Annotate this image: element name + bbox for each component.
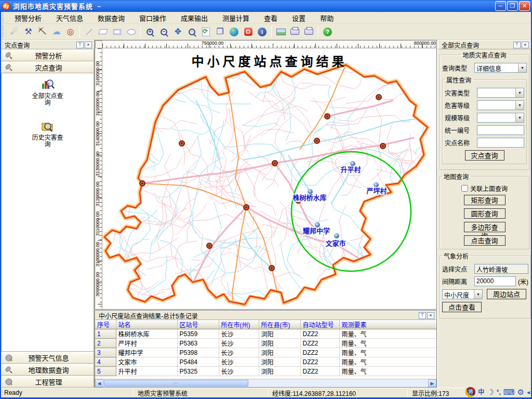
scrollbar-track[interactable] xyxy=(103,379,428,387)
column-header[interactable]: 站名 xyxy=(116,320,177,329)
scroll-left-arrow-icon[interactable]: ◀ xyxy=(95,379,103,387)
close-button[interactable]: ✕ xyxy=(519,1,530,11)
toolbar-gripper[interactable] xyxy=(2,25,6,38)
tray-collapse-arrow-icon[interactable]: ◂ xyxy=(527,389,530,395)
table-row[interactable]: 5升平村P5325长沙浏阳DZZ2雨量、气 xyxy=(95,367,436,376)
menu-item[interactable]: 天气信息 xyxy=(49,12,90,24)
map-drawing[interactable]: 升平村严坪村株树桥水库耀邦中学文家市 xyxy=(102,48,436,309)
zoom-out-icon[interactable]: − xyxy=(158,26,170,38)
attribute-select[interactable]: ▼ xyxy=(477,113,524,123)
table-row[interactable]: 4文家市P5484长沙浏阳DZZ2雨量、气 xyxy=(95,357,436,367)
zoom-select-icon[interactable]: ▫ xyxy=(186,26,198,38)
map-query-button[interactable]: 多边形查询 xyxy=(464,222,506,232)
stop-icon[interactable]: O xyxy=(242,26,254,38)
menu-item[interactable]: 测量计算 xyxy=(215,12,257,24)
attribute-select[interactable]: ▼ xyxy=(477,88,524,98)
disaster-query-button[interactable]: 灾点查询 xyxy=(465,150,504,161)
draw-ellipse-icon[interactable] xyxy=(125,26,137,38)
chevron-down-icon[interactable]: ▼ xyxy=(515,113,524,122)
click-view-button[interactable]: 点击查看 xyxy=(442,302,482,312)
draw-polygon-icon[interactable] xyxy=(97,26,109,38)
column-header[interactable]: 自动站型号 xyxy=(300,320,339,329)
disaster-point-marker[interactable] xyxy=(207,243,212,248)
refresh-view-icon[interactable]: ⟳ xyxy=(200,26,212,38)
sidebar-item-history-disaster-query[interactable]: 历史灾害查询 xyxy=(30,120,65,148)
chevron-down-icon[interactable]: ▼ xyxy=(515,88,524,97)
disaster-point-marker[interactable] xyxy=(140,181,145,186)
menu-item[interactable]: 帮助 xyxy=(313,12,341,24)
survey-pick-icon[interactable]: ⛏ xyxy=(36,26,48,38)
map-query-button[interactable]: 点击查询 xyxy=(464,235,506,246)
query-type-select[interactable]: 详细信息 ▼ xyxy=(474,63,527,73)
sidebar-item-all-disaster-query[interactable]: 全部灾点查询 xyxy=(30,78,65,107)
nearby-stations-button[interactable]: 周边站点 xyxy=(487,289,526,299)
table-row[interactable]: 3耀邦中学P5398长沙浏阳DZZ2雨量、气 xyxy=(95,348,436,357)
punctuation-mode-icon[interactable]: °, xyxy=(497,389,501,395)
help-icon[interactable]: ? xyxy=(322,26,334,38)
scale-select[interactable]: 中小尺度 ▼ xyxy=(442,289,483,299)
scrollbar-thumb[interactable] xyxy=(104,380,248,387)
image-export-icon[interactable] xyxy=(275,26,287,38)
text-input[interactable] xyxy=(477,125,524,135)
print-icon[interactable] xyxy=(289,26,301,38)
minimize-button[interactable]: ─ xyxy=(495,1,506,11)
restore-button[interactable]: ❐ xyxy=(507,1,518,11)
disaster-point-marker[interactable] xyxy=(269,265,274,271)
table-row[interactable]: 1株树桥水库P5359长沙浏阳DZZ2雨量、气 xyxy=(95,329,436,339)
disaster-point-marker[interactable] xyxy=(325,114,330,119)
sidebar-section-project-management[interactable]: 工程管理 xyxy=(1,376,94,388)
distance-input[interactable]: 20000 xyxy=(474,276,516,286)
selected-site-field[interactable]: 人竹岭滑坡 xyxy=(474,264,528,274)
close-icon[interactable]: × xyxy=(427,312,434,319)
pin-icon[interactable]: ⊤ xyxy=(76,42,84,48)
weather-cloud-icon[interactable]: ☁ xyxy=(50,26,62,38)
scroll-right-arrow-icon[interactable]: ▶ xyxy=(428,379,436,387)
menu-item[interactable]: 窗口操作 xyxy=(132,12,174,24)
chevron-down-icon[interactable]: ▼ xyxy=(518,63,526,72)
halfwidth-moon-icon[interactable]: ☽ xyxy=(487,388,494,396)
globe-icon[interactable] xyxy=(228,26,240,38)
target-locate-icon[interactable]: ◎ xyxy=(64,26,76,38)
copy-layers-icon[interactable]: ❐ xyxy=(214,26,226,38)
draw-rectangle-icon[interactable] xyxy=(111,26,123,38)
table-row[interactable]: 2严坪村P5363长沙浏阳DZZ2雨量、气 xyxy=(95,339,436,348)
menu-gripper[interactable] xyxy=(2,13,6,22)
disaster-point-marker[interactable] xyxy=(179,141,184,146)
map-query-button[interactable]: 矩形查询 xyxy=(464,195,506,205)
chinese-mode-icon[interactable]: 中 xyxy=(478,389,484,395)
disaster-point-marker[interactable] xyxy=(314,138,320,143)
sidebar-section-disaster-query[interactable]: 灾点查询 xyxy=(1,61,94,73)
menu-item[interactable]: 设置 xyxy=(285,12,313,24)
info-icon[interactable]: i xyxy=(256,26,268,38)
pan-hand-icon[interactable]: ✥ xyxy=(172,26,184,38)
text-input[interactable] xyxy=(477,138,524,148)
map-canvas[interactable]: 中小尺度站点查询结果 升平村严坪村株树桥水库耀邦中学文家市 xyxy=(102,48,436,309)
attribute-select[interactable]: ▼ xyxy=(477,100,524,110)
print-preview-icon[interactable] xyxy=(303,26,315,38)
map-query-button[interactable]: 圆形查询 xyxy=(464,208,506,219)
title-bar[interactable]: dy 浏阳市地质灾害预警系统 – ─ ❐ ✕ xyxy=(0,0,532,12)
sidebar-section-warning-analysis[interactable]: 预警分析 xyxy=(1,49,94,61)
link-above-query-checkbox[interactable] xyxy=(461,185,468,192)
soft-keyboard-icon[interactable]: ⌨ xyxy=(503,388,515,396)
pin-icon[interactable]: ⊤ xyxy=(419,312,426,319)
pin-icon[interactable]: ⊤ xyxy=(513,42,521,48)
draw-line-icon[interactable] xyxy=(83,26,95,38)
chevron-down-icon[interactable]: ▼ xyxy=(515,101,524,110)
menu-item[interactable]: 查看 xyxy=(257,12,285,24)
disaster-point-marker[interactable] xyxy=(380,143,385,149)
disaster-point-marker[interactable] xyxy=(244,205,249,210)
menu-item[interactable]: 数据查询 xyxy=(90,12,132,24)
close-icon[interactable]: × xyxy=(85,42,92,48)
ime-settings-gear-icon[interactable]: ⚙ xyxy=(517,388,524,396)
menu-item[interactable]: 预警分析 xyxy=(7,12,49,24)
water-hazard-icon[interactable]: ⚒ xyxy=(22,26,34,38)
satellite-dish-icon[interactable]: ☄ xyxy=(8,26,20,38)
zoom-in-icon[interactable]: + xyxy=(144,26,156,38)
horizontal-scrollbar[interactable]: ◀ ▶ xyxy=(95,379,436,387)
column-header[interactable]: 序号 xyxy=(95,320,116,329)
disaster-point-marker[interactable] xyxy=(272,161,277,166)
close-icon[interactable]: × xyxy=(522,42,529,48)
sidebar-section-geo-data-query[interactable]: 地理数据查询 xyxy=(1,364,94,376)
column-header[interactable]: 所在县(市) xyxy=(259,320,300,329)
